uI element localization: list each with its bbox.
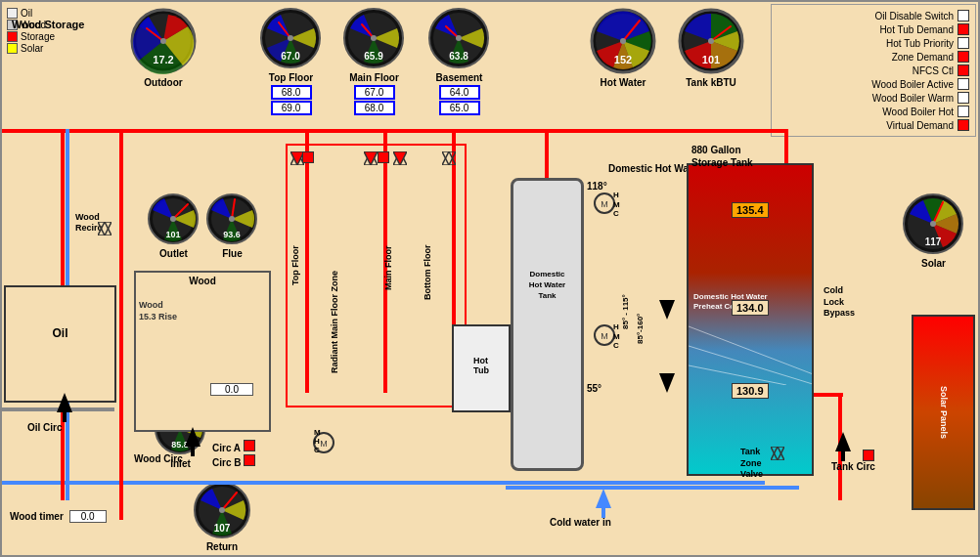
top-floor-gauge-label: Top Floor — [269, 72, 313, 83]
legend-hot-tub-demand: Hot Tub Demand — [778, 23, 969, 35]
dhw-tank-label: DomesticHot WaterTank — [529, 269, 565, 302]
return-label: Return — [206, 541, 238, 552]
circ-b-label: Circ B — [212, 454, 255, 468]
svg-text:101: 101 — [165, 230, 180, 239]
tank-zone-valve-symbol — [771, 447, 784, 462]
top-floor-set1[interactable] — [271, 85, 312, 100]
tank-zone-valve-label: TankZoneValve — [740, 447, 763, 481]
wood-circ-arrow — [183, 427, 202, 458]
legend-wb-active: Wood Boiler Active — [778, 78, 969, 90]
oil-disable-box — [958, 10, 969, 21]
svg-marker-68 — [98, 222, 111, 236]
basement-gauge-label: Basement — [436, 72, 483, 83]
outdoor-gauge-svg: 17.2 — [129, 7, 198, 75]
main-floor-gauge-svg: 65.9 — [342, 7, 406, 70]
zone-demand-box — [958, 51, 969, 63]
svg-text:101: 101 — [702, 54, 720, 65]
return-gauge-svg: 107 — [193, 481, 251, 539]
svg-marker-91 — [659, 373, 675, 393]
storage-label: Storage — [21, 31, 55, 42]
outdoor-label: Outdoor — [144, 77, 182, 88]
solar-panels-box: Solar Panels — [912, 315, 975, 510]
wood-timer-input[interactable] — [69, 510, 107, 523]
wb-warm-label: Wood Boiler Warm — [872, 93, 954, 104]
solar-gauge-svg: 117 — [902, 193, 965, 256]
cold-water-arrow — [594, 489, 613, 520]
solar-panels-label: Solar Panels — [939, 386, 949, 439]
svg-marker-86 — [771, 447, 784, 460]
basement-set2[interactable] — [439, 101, 480, 115]
svg-marker-90 — [659, 300, 675, 320]
return-gauge: 107 Return — [193, 481, 251, 552]
svg-point-63 — [219, 507, 225, 513]
hot-tub-demand-box — [958, 23, 969, 35]
down-arrow-storage — [659, 300, 675, 321]
temp-range-2-label: 85°-160° — [636, 236, 645, 344]
svg-text:M: M — [601, 199, 608, 209]
hot-tub-box: HotTub — [452, 324, 511, 412]
hmc-label-2: HMC — [613, 322, 620, 351]
solar-gauge: 117 Solar — [902, 193, 965, 269]
svg-text:93.6: 93.6 — [223, 230, 241, 239]
pump-mhc-label: MHC — [314, 428, 321, 454]
svg-text:107: 107 — [214, 523, 231, 534]
basement-set1[interactable] — [439, 85, 480, 100]
storage-color-sq — [7, 31, 18, 42]
legend-oil-disable: Oil Disable Switch — [778, 10, 969, 21]
hot-tub-priority-label: Hot Tub Priority — [886, 38, 954, 49]
hmc-label-1: HMC — [613, 191, 620, 219]
tank-kbtu-gauge: 101 Tank kBTU — [677, 7, 745, 88]
legend-wb-warm: Wood Boiler Warm — [778, 92, 969, 104]
oil-circ-arrow — [55, 393, 74, 424]
temp-55-label: 55° — [587, 383, 601, 394]
hot-water-label: Hot Water — [601, 77, 646, 88]
wood-recirc-valve — [98, 222, 111, 236]
svg-marker-67 — [98, 222, 111, 236]
svg-text:117: 117 — [925, 236, 942, 247]
svg-point-13 — [371, 35, 377, 41]
tank-temp-3: 130.9 — [732, 383, 769, 399]
svg-point-43 — [229, 216, 235, 222]
svg-text:152: 152 — [614, 54, 632, 65]
temp-118-label: 118° — [587, 181, 607, 192]
zone-box — [286, 144, 467, 407]
wood-rise-text: Wood15.3 Rise — [139, 300, 177, 322]
svg-marker-65 — [57, 393, 72, 422]
svg-line-84 — [689, 346, 814, 385]
tank-kbtu-gauge-svg: 101 — [677, 7, 745, 75]
hot-tub-demand-label: Hot Tub Demand — [879, 24, 954, 35]
legend-nfcs: NFCS Ctl — [778, 64, 969, 76]
coil-lines — [689, 317, 814, 385]
outlet-label: Outlet — [159, 248, 188, 259]
wb-hot-label: Wood Boiler Hot — [882, 107, 954, 117]
tank-temp-2: 134.0 — [732, 300, 769, 316]
storage-tank-hot — [689, 165, 812, 273]
svg-line-85 — [689, 365, 786, 385]
rise-value-input[interactable] — [210, 383, 253, 396]
hot-water-gauge-svg: 152 — [589, 7, 657, 75]
flue-gauge-svg: 93.6 — [205, 193, 259, 246]
circ-b-indicator — [244, 454, 255, 466]
wb-active-box — [958, 78, 969, 90]
outdoor-gauge: 17.2 Outdoor — [129, 7, 198, 88]
wb-warm-box — [958, 92, 969, 104]
basement-gauge: 63.8 Basement — [427, 7, 491, 115]
top-floor-set2[interactable] — [271, 101, 312, 115]
svg-point-8 — [288, 35, 293, 41]
svg-marker-88 — [835, 432, 851, 461]
svg-line-83 — [689, 326, 814, 375]
svg-text:67.0: 67.0 — [281, 51, 300, 62]
virtual-demand-box — [958, 119, 969, 131]
legend-virtual-demand: Virtual Demand — [778, 119, 969, 131]
virtual-demand-label: Virtual Demand — [886, 120, 954, 131]
main-container: Oil Wood Storage Solar Wood Storage Oil … — [0, 0, 980, 557]
tank-kbtu-label: Tank kBTU — [686, 77, 736, 88]
main-floor-set1[interactable] — [354, 85, 395, 100]
mixing-valve-2: M — [594, 324, 615, 348]
down-arrow-storage-2 — [659, 373, 675, 395]
legend-zone-demand: Zone Demand — [778, 51, 969, 63]
basement-gauge-svg: 63.8 — [427, 7, 491, 70]
svg-marker-89 — [596, 489, 611, 518]
wood-storage-label: Wood Storage — [12, 18, 84, 31]
main-floor-set2[interactable] — [354, 101, 395, 115]
